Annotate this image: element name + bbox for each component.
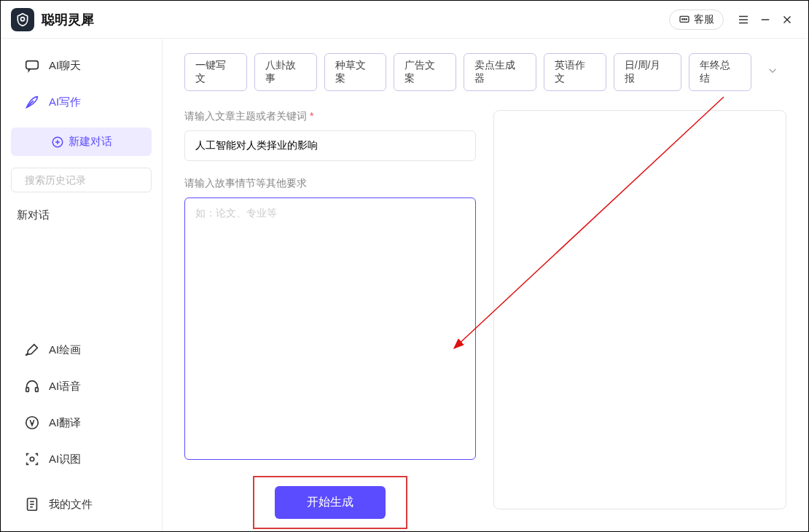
menu-icon [737,13,750,26]
sidebar-item-label: AI语音 [49,380,81,394]
new-chat-button[interactable]: 新建对话 [11,128,152,156]
sidebar-item-label: AI识图 [49,453,81,466]
sidebar-item-write[interactable]: AI写作 [8,85,155,119]
extra-label: 请输入故事情节等其他要求 [184,177,476,190]
chat-icon [679,14,690,26]
sidebar-item-draw[interactable]: AI绘画 [8,333,155,367]
sidebar-item-voice[interactable]: AI语音 [8,369,155,403]
scan-icon [24,451,40,467]
customer-service-button[interactable]: 客服 [669,9,724,30]
tag-seeding[interactable]: 种草文案 [324,53,387,91]
customer-service-label: 客服 [694,13,714,26]
sidebar-item-files[interactable]: 我的文件 [8,488,155,521]
brush-icon [24,342,40,358]
feather-icon [24,94,40,110]
minimize-icon [759,13,772,26]
app-logo-icon [11,8,34,31]
search-input[interactable] [25,174,152,186]
headphone-icon [24,378,40,394]
translate-icon [24,415,40,431]
sidebar-item-label: 我的文件 [49,498,93,512]
tag-onekey[interactable]: 一键写文 [184,53,247,91]
menu-button[interactable] [732,9,754,31]
tag-selling[interactable]: 卖点生成器 [464,53,536,91]
history-item[interactable]: 新对话 [1,200,162,231]
sidebar-item-chat[interactable]: AI聊天 [8,49,155,82]
svg-point-0 [21,17,25,20]
tag-yearend[interactable]: 年终总结 [689,53,751,91]
svg-point-21 [30,457,34,461]
new-chat-label: 新建对话 [69,135,112,149]
generate-button[interactable]: 开始生成 [275,486,386,519]
tag-gossip[interactable]: 八卦故事 [254,53,317,91]
generate-highlight-box: 开始生成 [253,476,407,529]
extra-textarea[interactable] [184,197,476,460]
chat-bubble-icon [24,58,40,74]
search-box[interactable] [11,168,152,192]
tag-report[interactable]: 日/周/月报 [614,53,682,91]
svg-point-3 [684,18,684,19]
svg-point-4 [686,18,687,19]
tag-english[interactable]: 英语作文 [544,53,606,91]
svg-rect-19 [36,388,39,392]
sidebar-item-ocr[interactable]: AI识图 [8,442,155,476]
topic-input[interactable] [184,130,476,161]
close-icon [781,13,794,26]
output-panel [493,110,786,509]
sidebar-item-label: AI写作 [49,95,81,109]
svg-rect-18 [26,388,29,392]
chevron-down-icon [766,64,779,77]
sidebar-item-translate[interactable]: AI翻译 [8,406,155,439]
sidebar-item-label: AI翻译 [49,416,81,430]
close-button[interactable] [776,9,798,31]
tag-ad[interactable]: 广告文案 [394,53,456,91]
sidebar-item-label: AI聊天 [49,59,81,73]
topic-label: 请输入文章主题或者关键词 * [184,110,476,123]
svg-point-2 [682,18,683,19]
svg-rect-11 [26,61,39,69]
app-title: 聪明灵犀 [42,11,94,28]
plus-circle-icon [51,136,64,149]
file-icon [24,496,40,512]
sidebar-item-label: AI绘画 [49,343,81,357]
minimize-button[interactable] [754,9,776,31]
expand-tags-button[interactable] [759,60,786,85]
